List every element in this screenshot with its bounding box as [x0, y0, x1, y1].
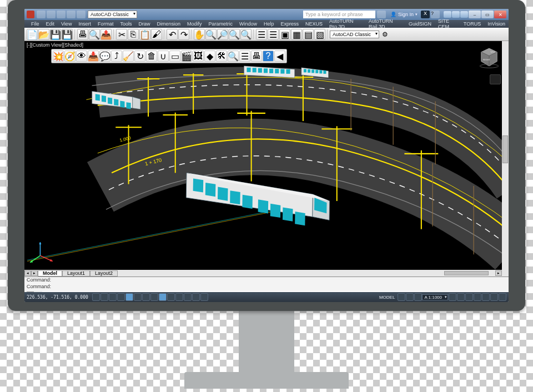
- float-tool-7[interactable]: 🧹: [123, 51, 134, 62]
- status-hardware-accel[interactable]: [482, 293, 490, 301]
- menu-window[interactable]: Window: [236, 21, 260, 27]
- menu-format[interactable]: Format: [94, 21, 117, 27]
- status-qv-drawings[interactable]: [414, 293, 422, 301]
- float-tool-18[interactable]: 🖶: [251, 51, 262, 62]
- float-tool-10[interactable]: ∪: [158, 51, 169, 62]
- float-tool-12[interactable]: 🎬: [181, 51, 192, 62]
- hscroll-right[interactable]: ▸: [495, 270, 502, 276]
- tool-saveas[interactable]: 💾: [62, 29, 73, 40]
- float-tool-6[interactable]: ⤴: [111, 51, 122, 62]
- tool-design-center[interactable]: ▣: [279, 29, 290, 40]
- tool-pan[interactable]: ✋: [194, 29, 205, 40]
- qat-open[interactable]: [47, 11, 56, 18]
- tool-paste[interactable]: 📋: [139, 29, 150, 40]
- view-cube[interactable]: RIGHT WCS: [477, 46, 501, 69]
- float-tool-4[interactable]: 📥: [88, 51, 99, 62]
- tool-zoom-in[interactable]: 🔎: [217, 29, 228, 40]
- toolbar-workspace-selector[interactable]: AutoCAD Classic: [330, 31, 379, 38]
- vertical-scrollbar[interactable]: [502, 41, 509, 277]
- float-tool-13[interactable]: 🖼: [193, 51, 204, 62]
- status-anno-auto[interactable]: [457, 293, 465, 301]
- tool-cut[interactable]: ✂: [116, 29, 127, 40]
- status-ws-switch[interactable]: [465, 293, 473, 301]
- tab-scroll-left[interactable]: ◂: [24, 270, 31, 276]
- menu-insert[interactable]: Insert: [75, 21, 94, 27]
- menu-edit[interactable]: Edit: [43, 21, 58, 27]
- qat-new[interactable]: [37, 11, 46, 18]
- float-tool-2[interactable]: 🧭: [64, 51, 76, 62]
- tool-zoom-window[interactable]: 🔍: [229, 29, 240, 40]
- menu-tools[interactable]: Tools: [117, 21, 135, 27]
- float-tool-8[interactable]: ↻: [134, 51, 145, 62]
- float-tool-11[interactable]: ▭: [169, 51, 180, 62]
- status-anno-vis[interactable]: [449, 293, 456, 301]
- tool-palette[interactable]: ▦: [291, 29, 302, 40]
- status-clean-screen[interactable]: [499, 293, 506, 301]
- menu-help[interactable]: Help: [260, 21, 278, 27]
- menu-view[interactable]: View: [58, 21, 75, 27]
- menu-invision[interactable]: InVision: [484, 21, 509, 27]
- qat-redo[interactable]: [77, 11, 86, 18]
- status-dyn[interactable]: [159, 293, 167, 301]
- child-close-button[interactable]: [460, 11, 468, 18]
- search-button[interactable]: [377, 11, 386, 18]
- exchange-button[interactable]: X: [421, 11, 430, 18]
- child-minimize-button[interactable]: [444, 11, 451, 18]
- sign-in-button[interactable]: 👤Sign In▾: [387, 12, 421, 17]
- status-lwt[interactable]: [167, 293, 175, 301]
- tool-undo[interactable]: ↶: [167, 29, 178, 40]
- float-tool-17[interactable]: ☰: [239, 51, 250, 62]
- coordinates-readout[interactable]: 226.536, -71.516, 0.000: [27, 295, 88, 300]
- tab-scroll-right[interactable]: ▸: [31, 270, 38, 276]
- status-qp[interactable]: [184, 293, 192, 301]
- menu-nexus[interactable]: NEXUS: [302, 21, 326, 27]
- tab-layout2[interactable]: Layout2: [90, 270, 118, 277]
- help-button[interactable]: ?: [431, 11, 440, 18]
- tool-zoom-prev[interactable]: 🔍: [205, 29, 217, 40]
- menu-file[interactable]: File: [28, 21, 43, 27]
- tool-preview[interactable]: 🔍: [89, 29, 100, 40]
- float-tool-15[interactable]: 🛠: [216, 51, 227, 62]
- tool-copy[interactable]: ⎘: [128, 29, 139, 40]
- annotation-scale[interactable]: A 1:1000: [422, 294, 448, 300]
- workspace-settings-icon[interactable]: ⚙: [382, 31, 388, 38]
- status-model-space[interactable]: [398, 293, 405, 301]
- menu-torus[interactable]: TORUS: [460, 21, 484, 27]
- app-logo-icon[interactable]: [27, 11, 34, 18]
- tool-save[interactable]: 💾: [50, 29, 61, 40]
- float-tool-16[interactable]: 🔍: [228, 51, 239, 62]
- tool-zoom[interactable]: 🔍: [240, 29, 252, 40]
- status-ducs[interactable]: [150, 293, 158, 301]
- tab-model[interactable]: Model: [38, 270, 62, 277]
- qat-save[interactable]: [57, 11, 66, 18]
- tab-layout1[interactable]: Layout1: [62, 270, 90, 277]
- status-toolbar-lock[interactable]: [474, 293, 481, 301]
- float-tool-1[interactable]: 💥: [53, 51, 64, 62]
- hscroll-thumb[interactable]: [444, 271, 489, 275]
- menu-draw[interactable]: Draw: [135, 21, 153, 27]
- floating-toolbar[interactable]: 💥 🧭 👁 📥 💬 ⤴ 🧹 ↻ 🗑 ∪ ▭ 🎬 🖼 ◆ 🛠 🔍 ☰ 🖶 ?: [51, 49, 287, 63]
- float-tool-9[interactable]: 🗑: [146, 51, 157, 62]
- menu-express[interactable]: Express: [278, 21, 303, 27]
- status-qv-layouts[interactable]: [406, 293, 414, 301]
- drawing-viewport[interactable]: [-][Custom View][Shaded] 1.000 1: [24, 41, 509, 277]
- status-isolate[interactable]: [490, 293, 498, 301]
- status-3dosnap[interactable]: [134, 293, 142, 301]
- tool-render[interactable]: ▧: [314, 29, 325, 40]
- status-ortho[interactable]: [109, 293, 117, 301]
- float-tool-3[interactable]: 👁: [76, 51, 87, 62]
- status-snap[interactable]: [92, 293, 100, 301]
- status-sc[interactable]: [192, 293, 200, 301]
- float-tool-19[interactable]: ?: [263, 51, 274, 62]
- tool-open[interactable]: 📂: [38, 29, 49, 40]
- status-tpy[interactable]: [175, 293, 183, 301]
- menu-guidsign[interactable]: GuidSIGN: [405, 21, 435, 27]
- menu-parametric[interactable]: Parametric: [205, 21, 237, 27]
- tool-new[interactable]: 📄: [27, 29, 38, 40]
- child-restore-button[interactable]: [452, 11, 460, 18]
- maximize-button[interactable]: ▭: [481, 11, 494, 18]
- close-button[interactable]: ✕: [494, 11, 506, 18]
- tool-properties[interactable]: ☰: [268, 29, 279, 40]
- status-model-label[interactable]: MODEL: [379, 295, 395, 300]
- status-polar[interactable]: [117, 293, 125, 301]
